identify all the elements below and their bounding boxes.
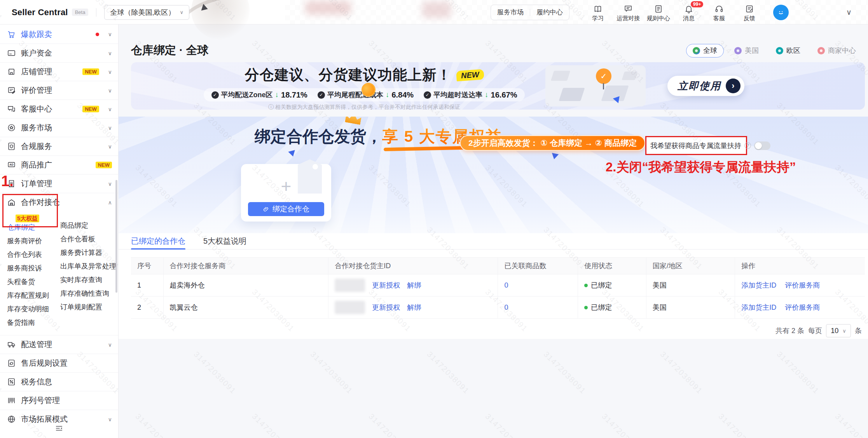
region-tab-3[interactable]: 商家中心 <box>811 44 863 58</box>
sidebar-item-7[interactable]: AD 商品推广 NEW <box>0 155 118 174</box>
submenu-item-7-left[interactable]: 备货指南 <box>7 316 60 330</box>
sidebar-item-2[interactable]: 店铺管理 NEW ∨ <box>0 62 118 81</box>
new-badge: NEW <box>82 68 99 75</box>
sidebar-item-11[interactable]: 售后规则设置 <box>0 354 118 372</box>
submenu-item-3-left[interactable]: 服务商投诉 <box>7 262 60 275</box>
beta-badge: Beta <box>72 9 89 16</box>
submenu-item-6-left[interactable]: 库存变动明细 <box>7 302 60 316</box>
region-icon <box>776 47 783 54</box>
link-unbind[interactable]: 解绑 <box>407 303 421 312</box>
sidebar-item-5[interactable]: 服务市场 ∨ <box>0 118 118 137</box>
submenu-item-0-right[interactable]: 商品绑定 <box>60 219 116 232</box>
chevron-icon: ∨ <box>108 342 112 348</box>
avatar[interactable] <box>773 5 789 20</box>
bound-warehouses-table: 序号合作对接仓服务商合作对接仓货主ID已关联商品数使用状态国家/地区操作 1 超… <box>131 257 865 319</box>
submenu-item-2-left[interactable]: 合作仓列表 <box>7 248 60 262</box>
banner-disclaimer: ⓘ 相关数据为大盘预估测算所得，仅供参考，平台并不对此作出任何承诺和保证 <box>197 104 531 110</box>
sidebar-nav: 爆款跟卖 ∨ 账户资金 ∨ 店铺管理 NEW ∨ 评价管理 ∨ 客服中心 NEW… <box>0 24 118 428</box>
topbar-action-feedback[interactable]: 反馈 <box>734 3 765 22</box>
column-header: 已关联商品数 <box>498 258 578 274</box>
topbar-actions: 学习 运营对接 规则中心 消息 99+ 客服 反馈 <box>583 3 765 22</box>
banner-stat: ✓ 平均配送Zone区 ↓ 18.71% <box>211 90 307 99</box>
chevron-icon: ∨ <box>108 69 112 75</box>
quick-link-0[interactable]: 服务市场 <box>491 8 530 17</box>
submenu-item-1-left[interactable]: 服务商评价 <box>7 234 60 248</box>
column-header: 合作对接仓服务商 <box>163 258 328 274</box>
sidebar-item-6[interactable]: 合规服务 ∨ <box>0 137 118 155</box>
submenu-item-4-left[interactable]: 头程备货 <box>7 275 60 289</box>
link-update-auth[interactable]: 更新授权 <box>372 303 400 312</box>
page-size-select[interactable]: 10 ∨ <box>826 324 851 337</box>
global-region-select[interactable]: 全球（除美国,欧区） ∨ <box>104 5 189 20</box>
status-dot <box>584 284 588 287</box>
link-add-owner-id[interactable]: 添加货主ID <box>741 303 776 312</box>
tab-0[interactable]: 已绑定的合作仓 <box>131 233 185 250</box>
check-icon: ✓ <box>211 91 219 99</box>
page-title: 仓库绑定 · 全球 <box>131 43 209 58</box>
review-icon <box>7 86 16 95</box>
svg-text:AD: AD <box>9 163 13 166</box>
sidebar-item-10[interactable]: 配送管理 ∨ <box>0 335 118 354</box>
use-now-button[interactable]: 立即使用 › <box>667 76 744 96</box>
link-update-auth[interactable]: 更新授权 <box>372 281 400 290</box>
submenu-item-5-right[interactable]: 库存准确性查询 <box>60 287 116 300</box>
redacted-blob <box>305 1 351 15</box>
collapse-header-chevron-icon[interactable]: ∨ <box>846 8 852 17</box>
crown-decoration <box>345 117 362 125</box>
quick-links-pill: 服务市场履约中心 <box>491 5 569 20</box>
submenu-item-1-right[interactable]: 合作仓看板 <box>60 232 116 246</box>
sidebar-collapse-button[interactable] <box>53 422 65 434</box>
column-header: 使用状态 <box>578 258 646 274</box>
link-rate-provider[interactable]: 评价服务商 <box>785 303 820 312</box>
sidebar-item-9[interactable]: 合作对接仓 ∧ <box>0 193 118 211</box>
promotion-icon: AD <box>7 161 16 169</box>
link-rate-provider[interactable]: 评价服务商 <box>785 281 820 290</box>
topbar-action-headset[interactable]: 客服 <box>704 3 734 22</box>
submenu-item-3-right[interactable]: 出库单及异常处理 <box>60 260 116 273</box>
region-tab-1[interactable]: 美国 <box>728 44 765 58</box>
chevron-icon: ∨ <box>108 106 112 112</box>
support-icon <box>7 105 16 113</box>
submenu-item-0-left[interactable]: 仓库绑定 <box>7 221 60 234</box>
shop-icon <box>7 67 16 76</box>
link-unbind[interactable]: 解绑 <box>407 281 421 290</box>
link-add-owner-id[interactable]: 添加货主ID <box>741 281 776 290</box>
region-tab-2[interactable]: 欧区 <box>769 44 807 58</box>
submenu-item-4-right[interactable]: 实时库存查询 <box>60 273 116 287</box>
submenu-item-6-right[interactable]: 订单规则配置 <box>60 300 116 314</box>
down-arrow-icon: ↓ <box>275 91 279 99</box>
region-tab-0[interactable]: 全球 <box>686 44 724 58</box>
notification-dot <box>96 33 99 36</box>
topbar-action-bell[interactable]: 消息 99+ <box>674 3 704 22</box>
bind-warehouse-button[interactable]: 绑定合作仓 <box>248 202 324 216</box>
sidebar-item-12[interactable]: 税务信息 <box>0 372 118 391</box>
sidebar-item-4[interactable]: 客服中心 NEW ∨ <box>0 99 118 118</box>
market-icon <box>7 123 16 132</box>
sidebar-item-8[interactable]: 订单管理 ∨ <box>0 174 118 193</box>
topbar-action-rules[interactable]: 规则中心 <box>643 3 674 22</box>
topbar-action-book[interactable]: 学习 <box>583 3 613 22</box>
sidebar-scrollbar[interactable] <box>115 180 117 293</box>
sidebar-item-3[interactable]: 评价管理 ∨ <box>0 81 118 99</box>
link-linked-count[interactable]: 0 <box>504 281 508 289</box>
feature-banner[interactable]: 分仓建议、分货建议功能上新！ NEW ✓ 平均配送Zone区 ↓ 18.71% … <box>131 62 865 110</box>
submenu-item-5-left[interactable]: 库存配置规则 <box>7 289 60 302</box>
column-header: 国家/地区 <box>646 258 735 274</box>
sidebar-item-1[interactable]: 账户资金 ∨ <box>0 44 118 62</box>
warehouse-icon <box>7 198 16 207</box>
confetti-decoration <box>288 150 296 157</box>
column-header: 合作对接仓货主ID <box>328 258 498 274</box>
link-linked-count[interactable]: 0 <box>504 304 508 311</box>
tab-1[interactable]: 5大权益说明 <box>203 233 246 250</box>
quick-link-1[interactable]: 履约中心 <box>530 8 569 17</box>
sidebar-item-0[interactable]: 爆款跟卖 ∨ <box>0 25 118 44</box>
redacted-owner-id <box>335 301 365 314</box>
help-icon[interactable]: ? <box>744 142 751 149</box>
submenu-item-2-right[interactable]: 服务费计算器 <box>60 246 116 260</box>
main-content: 仓库绑定 · 全球 全球 美国 欧区 商家中心 分仓建议、分货建议功能上新！ N… <box>119 24 868 438</box>
sidebar-item-13[interactable]: 序列号管理 <box>0 391 118 410</box>
traffic-support-toggle[interactable] <box>754 141 770 150</box>
cart-icon <box>7 30 16 39</box>
topbar-action-chat[interactable]: 运营对接 <box>613 3 643 22</box>
annotation-step-2: 2.关闭“我希望获得专属流量扶持” <box>606 159 796 176</box>
